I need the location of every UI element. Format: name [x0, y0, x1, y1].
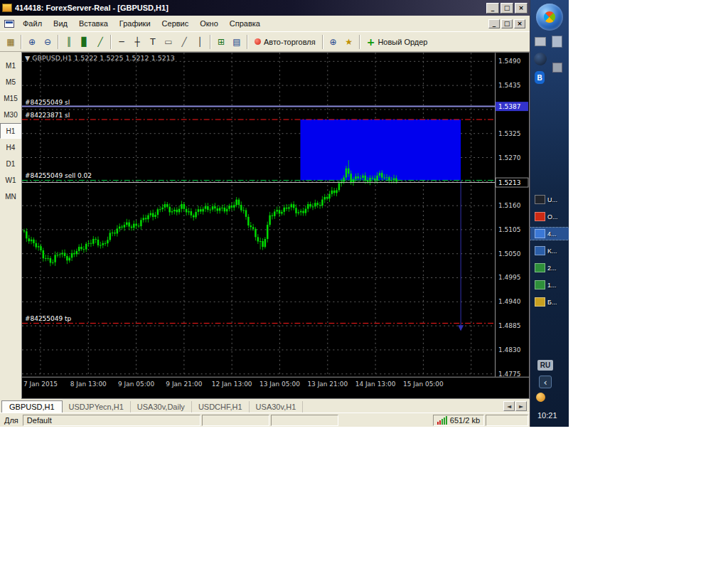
- shapes-tool[interactable]: ▭: [161, 34, 176, 49]
- shortcut-icon: [535, 246, 545, 255]
- tray-icon[interactable]: [536, 393, 545, 402]
- timeframe-M1[interactable]: M1: [0, 58, 21, 73]
- timeframe-MN[interactable]: MN: [0, 188, 21, 204]
- timeframe-M30[interactable]: M30: [0, 107, 21, 122]
- timeframe-M15[interactable]: M15: [0, 90, 21, 106]
- desktop-shortcuts: U...O...4...K...2...1...Б...: [530, 193, 569, 308]
- calculator-icon[interactable]: [552, 36, 562, 48]
- time-axis-label: 12 Jan 13:00: [212, 381, 252, 388]
- tab-USDJPYecn,H1[interactable]: USDJPYecn,H1: [63, 401, 131, 413]
- collapse-chevron-button[interactable]: ‹: [539, 376, 552, 388]
- menu-item-Сервис[interactable]: Сервис: [156, 18, 195, 29]
- menu-item-Графики[interactable]: Графики: [114, 18, 156, 29]
- tabs-scroll-right-button[interactable]: ►: [515, 401, 527, 411]
- zoom-in-button[interactable]: ⊕: [24, 34, 40, 49]
- favorites-button[interactable]: ★: [341, 34, 357, 49]
- chart-window[interactable]: #84255049 sl#84223871 sl#84255049 sell 0…: [21, 52, 530, 399]
- child-close-button[interactable]: ×: [514, 19, 525, 28]
- time-axis-label: 7 Jan 2015: [23, 381, 58, 388]
- bluetooth-icon[interactable]: B: [535, 71, 545, 84]
- minimize-button[interactable]: _: [486, 3, 499, 14]
- new-chart-button[interactable]: ▦: [3, 34, 18, 49]
- restore-button[interactable]: □: [500, 3, 513, 14]
- price-axis-label: 1.4940: [498, 298, 521, 305]
- window-controls: _ □ ×: [486, 3, 528, 14]
- time-axis-label: 14 Jan 13:00: [355, 381, 396, 388]
- tabs-scroll-left-button[interactable]: ◄: [503, 401, 515, 411]
- trade-zone-rect[interactable]: [300, 119, 461, 180]
- chart-canvas[interactable]: #84255049 sl#84223871 sl#84255049 sell 0…: [22, 53, 529, 398]
- vertical-line-tool[interactable]: │: [192, 34, 208, 49]
- chart-window-icon[interactable]: [4, 20, 14, 28]
- desktop-shortcut[interactable]: 4...: [530, 228, 569, 240]
- traffic-counter: 651/2 kb: [450, 416, 480, 425]
- tab-USA30v,Daily[interactable]: USA30v,Daily: [131, 401, 192, 413]
- timeframe-M5[interactable]: M5: [0, 74, 21, 90]
- price-marker-value: 1.5213: [498, 179, 520, 186]
- status-bar: Для Default 651/2 kb: [0, 413, 530, 427]
- timeframe-W1[interactable]: W1: [0, 172, 21, 188]
- level-label: #84255049 sell 0.02: [25, 172, 92, 179]
- tab-scroll-arrows: ◄ ►: [503, 401, 530, 413]
- auto-trading-button[interactable]: Авто-торговля: [250, 34, 320, 49]
- toolbar-separator: [58, 35, 59, 49]
- indicators-button[interactable]: ⊞: [213, 34, 229, 49]
- toolbar-separator: [210, 35, 211, 49]
- zoom-out-button[interactable]: ⊖: [40, 34, 55, 49]
- desktop-shortcut[interactable]: K...: [530, 245, 569, 257]
- desktop-shortcut[interactable]: U...: [530, 193, 569, 206]
- timeframe-D1[interactable]: D1: [0, 156, 21, 171]
- printer-icon[interactable]: [535, 37, 546, 46]
- desktop-shortcut[interactable]: 2...: [530, 262, 569, 274]
- menu-item-Файл[interactable]: Файл: [17, 18, 48, 29]
- menu-bar: ФайлВидВставкаГрафикиСервисОкноСправка _…: [0, 16, 530, 32]
- menu-item-Справка[interactable]: Справка: [224, 18, 266, 29]
- price-axis-label: 1.4995: [498, 275, 520, 282]
- bar-chart-button[interactable]: ║: [61, 34, 77, 49]
- tab-GBPUSD,H1[interactable]: GBPUSD,H1: [1, 400, 63, 413]
- trendline-tool[interactable]: ╱: [176, 34, 192, 49]
- title-bar[interactable]: 414418: ForexServer-Real - [GBPUSD,H1] _…: [0, 0, 530, 16]
- child-restore-button[interactable]: □: [501, 19, 513, 28]
- desktop-shortcut[interactable]: 1...: [530, 279, 569, 291]
- desktop-strip: B U...O...4...K...2...1...Б... RU ‹ 10:2…: [530, 0, 569, 427]
- tab-USDCHF,H1[interactable]: USDCHF,H1: [192, 401, 250, 413]
- round-app-icon[interactable]: [534, 53, 547, 65]
- menu-item-Вставка[interactable]: Вставка: [73, 18, 114, 29]
- language-indicator[interactable]: RU: [537, 360, 553, 371]
- menu-item-Окно[interactable]: Окно: [194, 18, 224, 29]
- line-chart-button[interactable]: ╱: [92, 34, 108, 49]
- price-axis-label: 1.4885: [498, 322, 520, 329]
- price-axis-label: 1.5160: [498, 202, 521, 209]
- time-axis-label: 15 Jan 05:00: [403, 381, 444, 388]
- connection-status-icon: [437, 416, 447, 425]
- text-tool[interactable]: T: [145, 34, 161, 49]
- price-axis-label: 1.5105: [498, 226, 520, 233]
- desktop-shortcut[interactable]: Б...: [530, 296, 569, 308]
- time-axis-label: 13 Jan 05:00: [259, 381, 300, 388]
- price-axis-label: 1.4830: [498, 346, 521, 353]
- shortcut-icon: [535, 229, 545, 238]
- windows-logo-icon: [542, 9, 558, 26]
- workspace: M1M5M15M30H1H4D1W1MN #84255049 sl#842238…: [0, 52, 530, 399]
- status-profile-panel: Default: [23, 415, 200, 426]
- child-minimize-button[interactable]: _: [488, 19, 500, 28]
- close-button[interactable]: ×: [515, 3, 528, 14]
- toolbar-separator: [247, 35, 248, 49]
- new-order-button[interactable]: +Новый Ордер: [363, 34, 432, 49]
- tab-USA30v,H1[interactable]: USA30v,H1: [250, 401, 304, 413]
- desktop-shortcut[interactable]: O...: [530, 211, 569, 223]
- price-axis-label: 1.4775: [498, 371, 520, 378]
- timeframe-H1[interactable]: H1: [0, 123, 21, 139]
- start-orb[interactable]: [536, 4, 563, 31]
- menu-item-Вид[interactable]: Вид: [48, 18, 73, 29]
- price-axis-label: 1.5050: [498, 250, 521, 257]
- timeframe-H4[interactable]: H4: [0, 139, 21, 155]
- crosshair-tool[interactable]: ┼: [129, 34, 145, 49]
- candlestick-chart-button[interactable]: ▊: [77, 34, 92, 49]
- gray-app-icon[interactable]: [552, 63, 562, 73]
- templates-button[interactable]: ▤: [229, 34, 245, 49]
- horizontal-line-tool[interactable]: ─: [114, 34, 129, 49]
- status-panel: [271, 415, 338, 426]
- symbol-search-button[interactable]: ⊕: [326, 34, 341, 49]
